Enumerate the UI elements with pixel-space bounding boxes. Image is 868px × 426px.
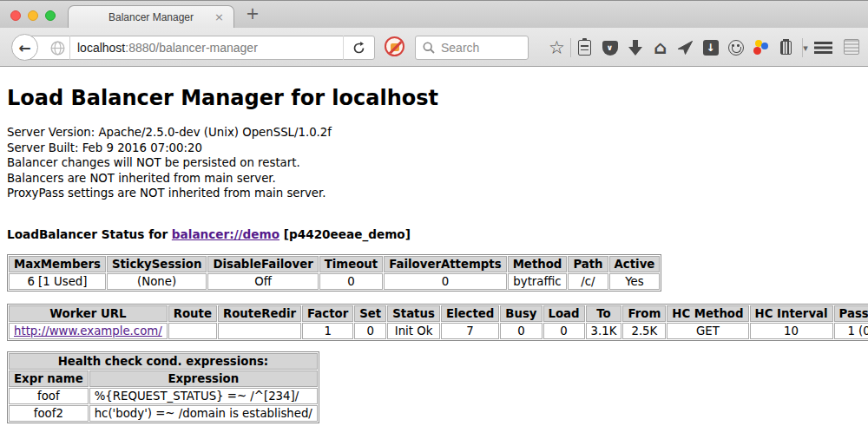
extension-dropdown-button[interactable]: ▾ bbox=[799, 36, 812, 60]
url-text[interactable]: localhost:8880/balancer-manager bbox=[70, 41, 343, 55]
minimize-window-button[interactable] bbox=[28, 10, 38, 21]
back-arrow-icon: ← bbox=[18, 39, 30, 56]
tab-close-icon[interactable]: × bbox=[214, 10, 224, 23]
page-content: Load Balancer Manager for localhost Serv… bbox=[0, 67, 868, 425]
table-title-row: Health check cond. expressions: bbox=[9, 353, 318, 370]
download-arrow-icon bbox=[628, 40, 642, 56]
star-icon: ☆ bbox=[549, 39, 565, 57]
server-built-line: Server Built: Feb 9 2016 07:00:20 bbox=[7, 141, 861, 156]
zoom-window-button[interactable] bbox=[45, 10, 56, 21]
table-row: 6 [1 Used] (None) Off 0 0 bytraffic /c/ … bbox=[9, 273, 660, 290]
chevron-down-icon: ▾ bbox=[803, 43, 808, 54]
colored-balls-icon bbox=[753, 40, 769, 56]
hamburger-menu-button[interactable] bbox=[814, 42, 832, 44]
table-header-row: MaxMembers StickySession DisableFailover… bbox=[9, 256, 660, 272]
plugin-blocked-icon[interactable] bbox=[385, 36, 404, 56]
tab-balancer-manager[interactable]: Balancer Manager × bbox=[68, 5, 234, 29]
trash-extension-button[interactable] bbox=[773, 36, 799, 60]
new-tab-button[interactable]: + bbox=[246, 3, 260, 23]
browser-window: Balancer Manager × + ← localhost:8880/ba… bbox=[0, 0, 868, 426]
url-host: localhost bbox=[77, 41, 125, 55]
toolbar-separator bbox=[802, 38, 803, 57]
search-icon bbox=[423, 42, 435, 54]
persist-notice-line: Balancer changes will NOT be persisted o… bbox=[7, 155, 861, 171]
bookmarks-menu-button[interactable] bbox=[572, 36, 597, 60]
trash-can-icon bbox=[780, 41, 792, 55]
close-window-button[interactable] bbox=[10, 10, 21, 21]
square-download-icon: ↓ bbox=[703, 40, 719, 56]
globe-icon bbox=[45, 41, 69, 56]
emoji-extension-button[interactable] bbox=[723, 36, 748, 60]
pocket-icon: ∨ bbox=[602, 41, 618, 56]
reload-button[interactable] bbox=[343, 36, 374, 60]
navigation-toolbar: ← localhost:8880/balancer-manager ☆ ∨ bbox=[0, 28, 868, 67]
table-row: foof %{REQUEST_STATUS} =~ /^[234]/ bbox=[9, 388, 318, 404]
pocket-button[interactable]: ∨ bbox=[597, 36, 622, 60]
home-icon: ⌂ bbox=[654, 39, 667, 57]
tab-title: Balancer Manager bbox=[108, 11, 194, 23]
page-title: Load Balancer Manager for localhost bbox=[7, 67, 861, 110]
tab-groups-icon[interactable] bbox=[844, 39, 859, 55]
extension-download-button[interactable]: ↓ bbox=[698, 36, 723, 60]
tab-bar: Balancer Manager × + bbox=[0, 0, 868, 28]
url-path: :8880/balancer-manager bbox=[125, 41, 258, 55]
loadbalancer-status-heading: LoadBalancer Status for balancer://demo … bbox=[7, 227, 861, 241]
table-header-row: Expr name Expression bbox=[9, 370, 318, 387]
home-button[interactable]: ⌂ bbox=[648, 36, 673, 60]
health-check-expressions-table: Health check cond. expressions: Expr nam… bbox=[7, 351, 319, 423]
table-header-row: Worker URL Route RouteRedir Factor Set S… bbox=[9, 305, 868, 322]
clipboard-icon bbox=[578, 40, 591, 56]
bookmark-star-button[interactable]: ☆ bbox=[544, 36, 569, 60]
search-bar[interactable] bbox=[415, 36, 529, 60]
hc-table-title: Health check cond. expressions: bbox=[9, 353, 318, 370]
smiley-icon bbox=[728, 40, 744, 56]
inherit-notice-line: Balancers are NOT inherited from main se… bbox=[7, 171, 861, 187]
reload-icon bbox=[352, 42, 365, 55]
proxypass-notice-line: ProxyPass settings are NOT inherited fro… bbox=[7, 186, 861, 201]
server-info: Server Version: Apache/2.5.0-dev (Unix) … bbox=[7, 125, 861, 201]
paper-plane-icon bbox=[677, 40, 694, 56]
table-row: http://www.example.com/ 1 0 Init Ok 7 0 … bbox=[9, 323, 868, 339]
url-bar[interactable]: localhost:8880/balancer-manager bbox=[25, 36, 375, 60]
worker-url-link[interactable]: http://www.example.com/ bbox=[14, 324, 162, 338]
worker-status-table: Worker URL Route RouteRedir Factor Set S… bbox=[7, 304, 868, 341]
server-version-line: Server Version: Apache/2.5.0-dev (Unix) … bbox=[7, 125, 861, 141]
toolbar-separator bbox=[570, 38, 571, 57]
send-tab-button[interactable] bbox=[673, 36, 698, 60]
downloads-button[interactable] bbox=[622, 36, 648, 60]
search-input[interactable] bbox=[441, 41, 528, 55]
back-button[interactable]: ← bbox=[11, 34, 38, 61]
balancer-demo-link[interactable]: balancer://demo bbox=[172, 227, 279, 241]
balancer-settings-table: MaxMembers StickySession DisableFailover… bbox=[7, 254, 661, 292]
toolbar-icons: ☆ ∨ ⌂ ↓ ▾ bbox=[544, 36, 812, 60]
table-row: foof2 hc('body') =~ /domain is establish… bbox=[9, 405, 318, 422]
video-downloadhelper-button[interactable] bbox=[748, 36, 773, 60]
